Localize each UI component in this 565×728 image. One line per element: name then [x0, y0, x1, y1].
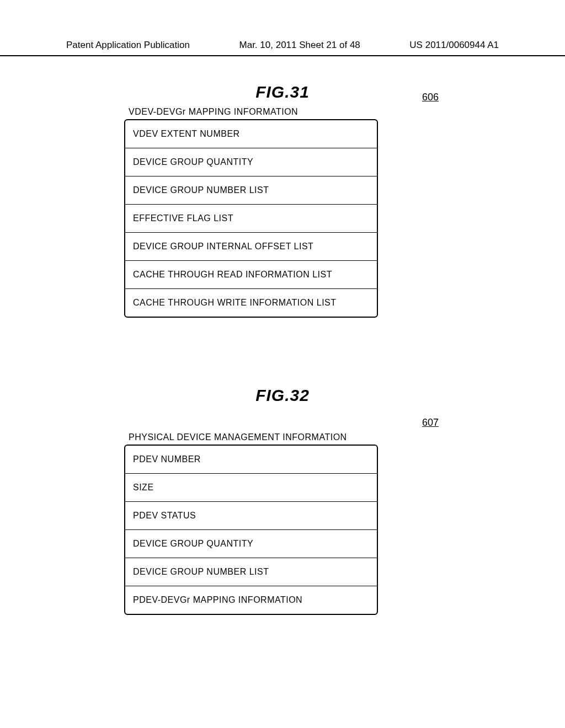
header-left: Patent Application Publication: [66, 40, 190, 51]
table-row: DEVICE GROUP NUMBER LIST 1305: [125, 558, 377, 586]
fig32-topnum: 607: [422, 417, 439, 429]
row-label: PDEV NUMBER: [133, 454, 201, 464]
row-label: DEVICE GROUP NUMBER LIST: [133, 185, 269, 195]
page-header: Patent Application Publication Mar. 10, …: [0, 40, 565, 56]
header-center: Mar. 10, 2011 Sheet 21 of 48: [239, 40, 360, 51]
row-label: PDEV-DEVGr MAPPING INFORMATION: [133, 595, 302, 604]
table-row: PDEV STATUS 1303: [125, 502, 377, 530]
figure-31-title: FIG.31: [0, 83, 565, 101]
figure-31: FIG.31 606 VDEV-DEVGr MAPPING INFORMATIO…: [0, 83, 565, 318]
table-row: CACHE THROUGH WRITE INFORMATION LIST 120…: [125, 289, 377, 317]
row-label: SIZE: [133, 483, 154, 492]
row-label: DEVICE GROUP QUANTITY: [133, 539, 253, 548]
row-label: PDEV STATUS: [133, 511, 196, 520]
table-row: DEVICE GROUP QUANTITY 1202: [125, 148, 377, 176]
table-row: DEVICE GROUP INTERNAL OFFSET LIST 1205: [125, 233, 377, 261]
row-label: VDEV EXTENT NUMBER: [133, 129, 240, 138]
fig31-table: VDEV EXTENT NUMBER 1201 DEVICE GROUP QUA…: [124, 119, 378, 318]
fig32-caption: PHYSICAL DEVICE MANAGEMENT INFORMATION: [129, 432, 378, 442]
row-label: DEVICE GROUP NUMBER LIST: [133, 567, 269, 576]
row-label: EFFECTIVE FLAG LIST: [133, 213, 233, 223]
fig31-caption: VDEV-DEVGr MAPPING INFORMATION: [129, 107, 378, 117]
table-row: SIZE 1302: [125, 474, 377, 502]
fig31-topnum: 606: [422, 92, 439, 103]
row-label: CACHE THROUGH READ INFORMATION LIST: [133, 270, 332, 279]
row-label: CACHE THROUGH WRITE INFORMATION LIST: [133, 298, 337, 307]
table-row: CACHE THROUGH READ INFORMATION LIST 1206: [125, 261, 377, 289]
figure-32-title: FIG.32: [0, 386, 565, 405]
figure-32: FIG.32 607 PHYSICAL DEVICE MANAGEMENT IN…: [0, 386, 565, 615]
fig32-table-block: 607 PHYSICAL DEVICE MANAGEMENT INFORMATI…: [124, 432, 378, 615]
row-label: DEVICE GROUP QUANTITY: [133, 157, 253, 167]
table-row: PDEV NUMBER 1301: [125, 446, 377, 474]
fig31-table-block: 606 VDEV-DEVGr MAPPING INFORMATION VDEV …: [124, 107, 378, 318]
table-row: DEVICE GROUP NUMBER LIST 1203: [125, 176, 377, 205]
row-label: DEVICE GROUP INTERNAL OFFSET LIST: [133, 242, 313, 251]
table-row: DEVICE GROUP QUANTITY 1304: [125, 530, 377, 558]
table-row: VDEV EXTENT NUMBER 1201: [125, 120, 377, 148]
table-row: EFFECTIVE FLAG LIST 1204: [125, 205, 377, 233]
fig32-table: PDEV NUMBER 1301 SIZE 1302 PDEV STATUS 1…: [124, 445, 378, 615]
header-right: US 2011/0060944 A1: [409, 40, 499, 51]
table-row: PDEV-DEVGr MAPPING INFORMATION 1306: [125, 586, 377, 614]
